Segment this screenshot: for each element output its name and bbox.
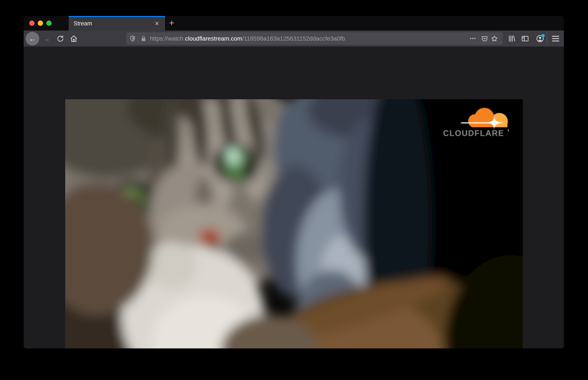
url-path: /118598a163a125631152ddaccfe3a0fb <box>242 35 345 42</box>
url-bar[interactable]: https://watch.cloudflarestream.com/11859… <box>126 33 502 45</box>
home-icon <box>70 35 78 43</box>
menu-icon <box>552 36 559 37</box>
library-icon <box>508 35 516 43</box>
library-button[interactable] <box>507 34 517 44</box>
back-icon: ← <box>29 34 36 44</box>
page-actions-icon[interactable]: ••• <box>470 36 476 41</box>
tracking-protection-shield-icon[interactable] <box>128 34 137 43</box>
account-notification-dot <box>541 34 545 37</box>
pocket-icon[interactable] <box>480 34 489 43</box>
sidebar-icon <box>521 35 529 43</box>
sidebar-toggle-button[interactable] <box>520 34 530 44</box>
tab-close-icon[interactable]: ✕ <box>153 20 161 27</box>
bookmark-star-icon[interactable] <box>489 34 499 43</box>
lock-icon[interactable] <box>139 34 148 43</box>
forward-button[interactable]: → <box>41 34 52 44</box>
navigation-toolbar: ← → <box>24 31 564 47</box>
close-window-button[interactable] <box>29 20 35 26</box>
tab-title: Stream <box>73 16 92 31</box>
menu-button[interactable] <box>551 34 561 44</box>
video-player[interactable]: CLOUDFLARE <box>65 99 523 348</box>
url-domain: cloudflarestream.com <box>185 35 242 42</box>
urlbar-divider <box>138 35 138 42</box>
forward-icon: → <box>43 34 50 44</box>
cloudflare-logo-text: CLOUDFLARE <box>443 129 504 138</box>
zoom-window-button[interactable] <box>46 20 52 26</box>
back-button[interactable]: ← <box>26 32 39 45</box>
reload-icon <box>56 35 64 42</box>
tab-bar: Stream ✕ + <box>24 16 564 31</box>
url-scheme-subdomain: https://watch. <box>150 35 185 42</box>
minimize-window-button[interactable] <box>38 20 43 26</box>
tab-stream[interactable]: Stream ✕ <box>69 16 165 31</box>
new-tab-button[interactable]: + <box>167 18 177 28</box>
desktop-background: Stream ✕ + ← → <box>0 0 588 380</box>
toolbar-separator <box>547 32 547 45</box>
account-button[interactable] <box>535 34 545 44</box>
browser-window: Stream ✕ + ← → <box>24 16 564 348</box>
video-frame-cat: CLOUDFLARE <box>65 99 523 348</box>
url-text[interactable]: https://watch.cloudflarestream.com/11859… <box>150 35 470 42</box>
home-button[interactable] <box>69 34 79 44</box>
urlbar-actions: ••• <box>470 34 499 43</box>
page-content: CLOUDFLARE <box>24 47 564 348</box>
reload-button[interactable] <box>55 34 66 44</box>
